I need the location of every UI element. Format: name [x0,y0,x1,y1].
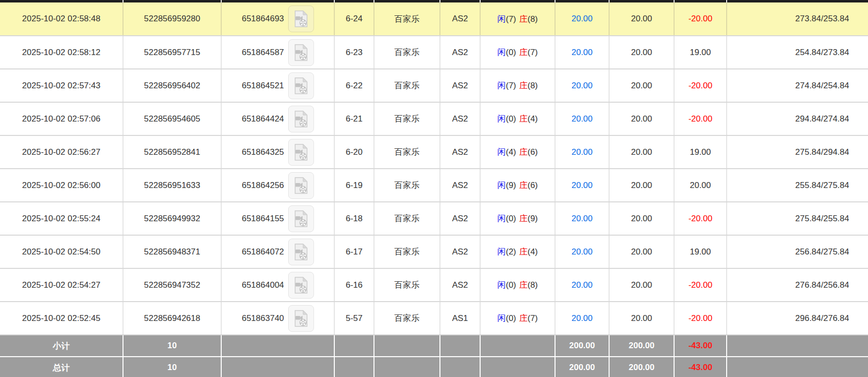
balance-after: 275.84/255.84 [727,202,868,235]
game-id-cell: 651864693 [221,2,334,36]
records-tbody: 2025-10-02 02:58:48 522856959280 6518646… [0,2,868,335]
bet-amount-link[interactable]: 20.00 [555,169,609,202]
bet-amount-link[interactable]: 20.00 [555,235,609,268]
bet-time: 2025-10-02 02:58:12 [0,36,123,69]
player-score: (0) [506,48,516,57]
game-id: 651864521 [242,81,284,91]
win-loss-amount: -20.00 [674,69,727,102]
bet-amount-link[interactable]: 20.00 [555,102,609,135]
bet-time: 2025-10-02 02:54:27 [0,268,123,302]
banker-label: 庄 [519,314,528,323]
round-number: 6-19 [334,169,374,202]
player-score: (7) [506,14,516,24]
game-type: 百家乐 [374,202,440,235]
banker-score: (4) [528,247,538,256]
video-replay-button[interactable] [288,39,314,66]
table-row: 2025-10-02 02:54:50 522856948371 6518640… [0,235,868,268]
balance-after: 275.84/294.84 [727,135,868,169]
video-file-icon [294,276,309,294]
video-file-icon [294,44,309,62]
video-replay-button[interactable] [288,205,314,232]
table-code: AS2 [440,135,480,169]
table-code: AS2 [440,2,480,36]
game-type: 百家乐 [374,235,440,268]
win-loss-amount: 20.00 [674,169,727,202]
table-row: 2025-10-02 02:56:00 522856951633 6518642… [0,169,868,202]
banker-score: (7) [528,314,538,323]
video-replay-button[interactable] [288,172,314,199]
bet-time: 2025-10-02 02:52:45 [0,302,123,335]
valid-bet-amount: 20.00 [609,202,674,235]
table-row: 2025-10-02 02:57:06 522856954605 6518644… [0,102,868,135]
banker-label: 庄 [519,48,528,57]
video-replay-button[interactable] [288,106,314,132]
win-loss-amount: -20.00 [674,2,727,36]
player-label: 闲 [497,114,506,124]
video-replay-button[interactable] [288,305,314,332]
grand-total-valid-bet: 200.00 [609,357,674,377]
summary-tbody: 小计 10 200.00 200.00 -43.00 总计 10 200.00 … [0,335,868,377]
player-score: (4) [506,147,516,157]
player-score: (7) [506,81,516,90]
order-id: 522856949932 [123,202,221,235]
banker-label: 庄 [519,280,528,290]
table-row: 2025-10-02 02:58:48 522856959280 6518646… [0,2,868,36]
table-code: AS2 [440,202,480,235]
banker-label: 庄 [519,114,528,124]
balance-after: 254.84/273.84 [727,36,868,69]
bet-amount-link[interactable]: 20.00 [555,2,609,36]
banker-label: 庄 [519,147,528,157]
video-replay-button[interactable] [288,272,314,299]
bet-amount-link[interactable]: 20.00 [555,302,609,335]
grand-total-win-loss: -43.00 [674,357,727,377]
order-id: 522856959280 [123,2,221,36]
video-replay-button[interactable] [288,139,314,166]
player-score: (2) [506,247,516,256]
video-replay-button[interactable] [288,239,314,265]
player-label: 闲 [497,214,506,223]
valid-bet-amount: 20.00 [609,169,674,202]
grand-total-label: 总计 [0,357,123,377]
bet-time: 2025-10-02 02:55:24 [0,202,123,235]
bet-records-screen: 2025-10-02 02:58:48 522856959280 6518646… [0,0,868,377]
bet-amount-link[interactable]: 20.00 [555,202,609,235]
game-result: 闲(9)庄(6) [480,169,555,202]
bet-amount-link[interactable]: 20.00 [555,36,609,69]
balance-after: 273.84/253.84 [727,2,868,36]
game-type: 百家乐 [374,302,440,335]
grand-total-row: 总计 10 200.00 200.00 -43.00 [0,357,868,377]
bet-amount-link[interactable]: 20.00 [555,135,609,169]
bet-amount-link[interactable]: 20.00 [555,69,609,102]
round-number: 6-23 [334,36,374,69]
video-replay-button[interactable] [288,72,314,99]
round-number: 6-21 [334,102,374,135]
table-row: 2025-10-02 02:56:27 522856952841 6518643… [0,135,868,169]
player-score: (0) [506,280,516,290]
game-result: 闲(4)庄(6) [480,135,555,169]
valid-bet-amount: 20.00 [609,2,674,36]
win-loss-amount: -20.00 [674,302,727,335]
bet-amount-link[interactable]: 20.00 [555,268,609,302]
bet-time: 2025-10-02 02:57:06 [0,102,123,135]
player-label: 闲 [497,48,506,57]
win-loss-amount: -20.00 [674,102,727,135]
video-file-icon [294,310,309,327]
game-id: 651864587 [242,48,284,58]
video-replay-button[interactable] [288,5,314,32]
win-loss-amount: 19.00 [674,235,727,268]
balance-after: 276.84/256.84 [727,268,868,302]
game-id: 651864424 [242,114,284,124]
balance-after: 274.84/254.84 [727,69,868,102]
balance-after: 296.84/276.84 [727,302,868,335]
banker-score: (6) [528,147,538,157]
game-id: 651864325 [242,147,284,157]
game-result: 闲(0)庄(7) [480,36,555,69]
round-number: 6-18 [334,202,374,235]
game-result: 闲(7)庄(8) [480,2,555,36]
round-number: 6-16 [334,268,374,302]
banker-score: (6) [528,181,538,190]
order-id: 522856957715 [123,36,221,69]
win-loss-amount: 19.00 [674,36,727,69]
table-code: AS2 [440,169,480,202]
subtotal-win-loss: -43.00 [674,335,727,357]
